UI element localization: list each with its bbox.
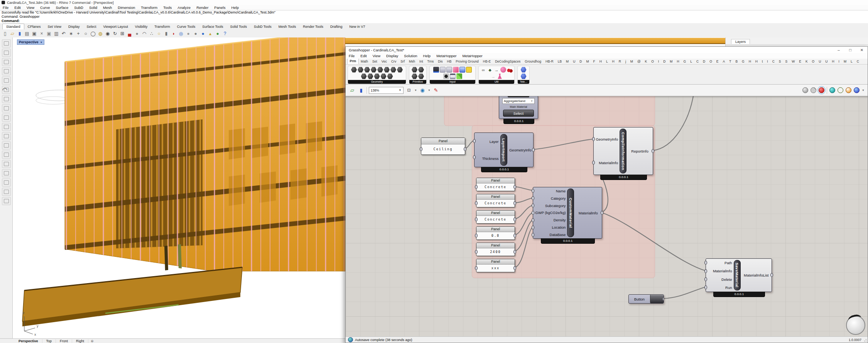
panel-category[interactable]: Panel Concrete: [476, 194, 515, 207]
grasshopper-category-tab[interactable]: t: [760, 59, 765, 64]
point-tool-icon[interactable]: [2, 58, 11, 66]
pan-view-icon[interactable]: ∗: [68, 31, 74, 37]
grasshopper-category-tab[interactable]: A: [721, 59, 727, 64]
palette-group-util[interactable]: ∞♣→→ Util: [478, 66, 515, 83]
rhino-menu-item[interactable]: Dimension: [118, 5, 135, 10]
grasshopper-menu-item[interactable]: Help: [423, 54, 431, 58]
input-nub[interactable]: [704, 261, 707, 265]
grasshopper-menu-item[interactable]: View: [373, 54, 380, 58]
input-nub[interactable]: [532, 204, 534, 207]
hex-icon[interactable]: [377, 67, 383, 73]
input-nub[interactable]: [475, 201, 478, 205]
viewport-tab[interactable]: Perspective: [15, 339, 42, 343]
rhino-toolbar-tab[interactable]: CPlanes: [24, 24, 44, 29]
rhino-viewport[interactable]: zyx Perspective ▼: [13, 37, 345, 338]
panel-value[interactable]: xxx: [476, 265, 515, 272]
save-file-icon[interactable]: ▮: [17, 31, 23, 37]
grasshopper-category-tab[interactable]: O: [810, 59, 817, 64]
grasshopper-category-tab[interactable]: K: [803, 59, 810, 64]
select-lasso-icon[interactable]: [2, 49, 11, 57]
component-name-capsule[interactable]: SaveMaterial: [734, 260, 741, 290]
rhino-menu-item[interactable]: SubD: [74, 5, 83, 10]
copy-icon[interactable]: ▣: [46, 31, 52, 37]
input-nub[interactable]: [532, 218, 534, 222]
rhino-toolbar-tab[interactable]: Mesh Tools: [275, 24, 299, 29]
copy-file-icon[interactable]: ▣: [31, 31, 37, 37]
component-name-capsule[interactable]: CompileInformation: [620, 129, 627, 173]
loft-tool-icon[interactable]: [2, 123, 11, 131]
spink-icon[interactable]: [500, 67, 506, 73]
arrowd-icon[interactable]: →: [494, 67, 500, 73]
sphere-c-icon[interactable]: ●: [200, 31, 206, 37]
minimize-icon[interactable]: –: [833, 47, 844, 53]
output-nub[interactable]: [532, 148, 535, 152]
save-document-icon[interactable]: ▮: [358, 87, 365, 94]
chevron-down-icon[interactable]: ▼: [428, 89, 431, 92]
preview-eye-icon[interactable]: ◉: [419, 87, 426, 94]
input-nub[interactable]: [475, 234, 478, 238]
flask-icon[interactable]: [497, 73, 503, 79]
rhino-right-dock[interactable]: Layers: [725, 37, 868, 46]
canvas-navigation-ball[interactable]: [846, 316, 865, 335]
hex-icon[interactable]: [412, 67, 417, 73]
component-material-selector[interactable]: AggregateSand ▼ Main Material Select 0.0…: [499, 96, 538, 119]
rhino-toolbar-tab[interactable]: Drafting: [327, 24, 346, 29]
boolean-tool-icon[interactable]: [2, 151, 11, 159]
rhino-toolbar-tab[interactable]: Curve Tools: [174, 24, 199, 29]
grasshopper-canvas-toolbar[interactable]: ▱ ▮ 138% ▼ ⊡ ▼ ◉ ▼ ✎ ▼: [346, 85, 868, 96]
grasshopper-window[interactable]: Grasshopper - CardinalLCA_Test* – □ ✕ Fi…: [345, 46, 868, 343]
graph-icon[interactable]: [466, 67, 472, 73]
component-name-capsule[interactable]: LayerImport: [500, 134, 507, 166]
grasshopper-category-tab[interactable]: S: [777, 59, 783, 64]
input-nub[interactable]: [532, 233, 534, 237]
save-icon[interactable]: [459, 67, 465, 73]
move-icon[interactable]: +: [75, 31, 81, 37]
grasshopper-category-tab[interactable]: O: [649, 59, 656, 64]
rhino-menu-item[interactable]: Render: [196, 5, 208, 10]
sphere-b-icon[interactable]: ●: [193, 31, 199, 37]
grasshopper-category-tab[interactable]: H: [753, 59, 760, 64]
palette-group-geometry[interactable]: Geometry: [348, 66, 406, 83]
panel-name[interactable]: Panel Concrete: [476, 178, 515, 191]
grasshopper-menubar[interactable]: FileEditViewDisplaySolutionHelpMetaHoppe…: [346, 53, 868, 59]
material-dropdown[interactable]: AggregateSand ▼: [502, 98, 535, 104]
hex-icon[interactable]: [418, 73, 424, 79]
input-nub[interactable]: [704, 285, 707, 289]
light-bulb-icon[interactable]: ○: [156, 31, 162, 37]
grasshopper-tab-strip[interactable]: PrmMathSetVecCrvSrfMshIntTrnsDisHBProvin…: [346, 59, 868, 65]
chevron-down-icon[interactable]: ▼: [399, 88, 402, 92]
grasshopper-category-tab[interactable]: K: [643, 59, 649, 64]
input-nub[interactable]: [532, 189, 534, 193]
zoom-selected-icon[interactable]: ◉: [105, 31, 111, 37]
layers-panel-tab[interactable]: Layers: [731, 39, 750, 44]
grasshopper-titlebar[interactable]: Grasshopper - CardinalLCA_Test* – □ ✕: [346, 47, 868, 53]
zoom-level-combo[interactable]: 138% ▼: [369, 87, 404, 94]
file-icon[interactable]: [440, 67, 446, 73]
grasshopper-category-tab[interactable]: L: [688, 59, 694, 64]
earth-icon[interactable]: ●: [214, 31, 221, 37]
rhino-toolbar-tab[interactable]: Select: [83, 24, 100, 29]
input-nub[interactable]: [532, 211, 534, 215]
hex-icon[interactable]: [361, 73, 367, 79]
rhino-toolbar-tab[interactable]: Solid Tools: [227, 24, 250, 29]
panel-value[interactable]: Ceiling: [421, 144, 465, 154]
rhino-menu-item[interactable]: Panels: [214, 5, 225, 10]
input-nub[interactable]: [475, 217, 478, 221]
input-nub[interactable]: [704, 277, 707, 281]
tree-icon[interactable]: ♣: [487, 67, 493, 73]
select-button[interactable]: Select: [503, 110, 534, 117]
dimension-tool-icon[interactable]: [2, 197, 11, 205]
sphere-a-icon[interactable]: ●: [185, 31, 191, 37]
grasshopper-category-tab[interactable]: Srf: [399, 59, 407, 64]
input-nub[interactable]: [475, 266, 478, 270]
render-shell-icon[interactable]: ◗: [171, 31, 177, 37]
arrowl-icon[interactable]: →: [490, 73, 496, 79]
rhino-toolbar-tab[interactable]: Set View: [44, 24, 65, 29]
hex-icon[interactable]: [351, 67, 357, 73]
grasshopper-category-tab[interactable]: Prm: [347, 59, 359, 64]
surface-tool-icon[interactable]: [2, 114, 11, 122]
output-nub[interactable]: [513, 266, 516, 270]
output-nub[interactable]: [601, 211, 603, 215]
grasshopper-category-tab[interactable]: Dis: [436, 59, 445, 64]
lock-icon[interactable]: ▮: [163, 31, 169, 37]
